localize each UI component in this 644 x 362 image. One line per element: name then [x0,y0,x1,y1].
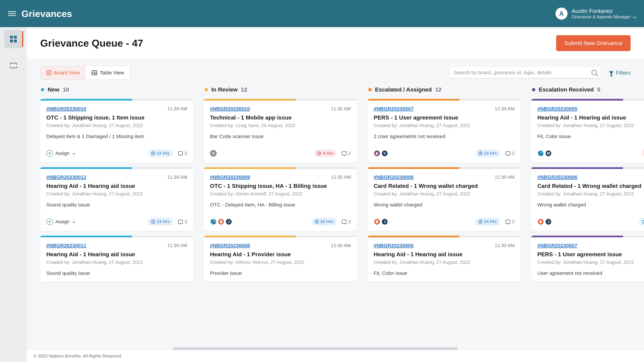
grievance-card[interactable]: #NBGR2023000711:30 AM PERS - 1 User agre… [368,99,520,163]
grievance-card[interactable]: #NBGR2023000611:30 AM Card Related - 1 W… [368,167,520,231]
grievance-card[interactable]: #NBGR2023001111:30 AM Hearing Aid - 1 He… [40,236,193,281]
card-stripe [531,167,644,169]
comment-icon [342,220,346,224]
assignee-chip[interactable]: 🗑 [374,218,380,225]
card-time: 11:30 AM [331,243,351,248]
table-view-button[interactable]: Table View [86,66,130,79]
assign-label: Assign [55,151,70,156]
horizontal-scrollbar[interactable] [173,347,458,350]
grievance-card[interactable]: #NBGR2023000511:30 AM Hearing Aid - 1 He… [368,236,520,281]
card-time: 11:30 AM [331,174,351,180]
card-stripe [204,236,357,237]
comments-count[interactable]: 2 [342,151,351,156]
card-creator: Created by: Jonathan Huang, 27 August, 2… [537,260,644,265]
status-dot [532,88,535,91]
card-creator: Created by: Abram Aminoff, 27 August, 20… [210,191,351,197]
brand-title: Grievances [22,8,72,19]
grievance-id-link[interactable]: #NBGR20230007 [537,243,578,248]
card-time: 11:30 AM [495,243,514,248]
grievance-id-link[interactable]: #NBGR20230011 [46,243,86,248]
comments-count[interactable]: 2 [342,219,351,224]
funnel-icon [609,71,614,74]
sla-pill: 24 Hrs [475,149,500,157]
assignee-chip[interactable]: J [226,218,232,225]
clock-icon [151,151,155,155]
grievance-id-link[interactable]: #NBGR20230009 [210,174,250,180]
grievance-id-link[interactable]: #NBGR20230008 [210,243,250,248]
assignee-chip[interactable]: J [545,218,552,225]
assignee-chip[interactable]: 🗑 [537,218,544,225]
card-details: User agreement not received [537,270,644,276]
card-time: 11:30 AM [167,243,187,248]
card-topic: Card Related - 1 Wrong wallet charged [537,183,644,189]
card-details: Bar Code scanner issue [210,134,351,139]
grievance-card[interactable]: #NBGR2023001211:30 AM Hearing Aid - 1 He… [40,167,193,231]
grievance-id-link[interactable]: #NBGR20230012 [46,174,86,180]
assignee-chip[interactable]: M [545,150,552,157]
comments-count[interactable]: 2 [178,219,187,224]
ticket-icon [10,63,17,68]
user-menu[interactable]: A Austin Fontanez Grievance & Appeals Ma… [556,7,636,19]
assignee-chip[interactable]: ◐ [374,150,380,157]
grievance-id-link[interactable]: #NBGR20230005 [374,243,414,248]
sla-pill: 24 Hrs [639,218,644,226]
grievance-id-link[interactable]: #NBGR20230010 [210,106,250,112]
menu-icon[interactable] [8,9,16,17]
comment-icon [342,151,346,155]
card-details: Sound quality issue [46,270,187,276]
card-details: Fit, Color issue [537,134,644,139]
card-topic: Card Related - 1 Wrong wallet charged [374,183,514,189]
grievance-id-link[interactable]: #NBGR20230010 [46,106,86,112]
board-view-button[interactable]: Board View [40,66,86,79]
assign-button[interactable]: +Assign [46,218,75,225]
card-topic: PERS - 1 User agreement issue [537,251,644,258]
card-details: Delayed item & 1 Damaged / 1 Missing ite… [46,134,187,139]
card-topic: PERS - 1 User agreement issue [374,114,514,121]
assignee-chip[interactable]: V [381,150,388,157]
card-details: Wrong wallet charged [537,202,644,208]
comment-icon [178,220,183,224]
assignee-chip[interactable]: 📞 [537,150,544,157]
sidebar-item-dashboard[interactable] [4,30,23,48]
grievance-card[interactable]: #NBGR2023000511:30 AM Hearing Aid - 1 He… [531,99,644,163]
card-creator: Created by: Jonathan Huang, 27 August, 2… [46,191,187,197]
clock-icon [317,151,321,155]
comment-icon [178,151,183,155]
kanban-board: New10 #NBGR2023001011:30 AM OTC - 1 Ship… [27,85,644,346]
search-input[interactable] [454,70,592,75]
assign-button[interactable]: +Assign [46,150,75,157]
grievance-card[interactable]: #NBGR2023000811:30 AM Hearing Aid - 1 Pr… [204,236,357,281]
card-stripe [204,99,357,100]
sidebar [0,27,27,362]
grievance-id-link[interactable]: #NBGR20230006 [374,174,414,180]
column-new: New10 #NBGR2023001011:30 AM OTC - 1 Ship… [40,85,193,342]
column-count: 12 [241,86,247,93]
card-topic: Hearing Aid - 1 Hearing aid issue [46,183,187,189]
assignee-chip[interactable]: 📞 [210,218,217,225]
comments-count[interactable]: 2 [506,219,514,224]
grievance-card[interactable]: #NBGR2023000611:30 AM Card Related - 1 W… [531,167,644,231]
grievance-card[interactable]: #NBGR2023001011:30 AM OTC - 1 Shipping i… [40,99,193,163]
sidebar-item-tickets[interactable] [4,56,23,75]
assignee-chip[interactable]: J [381,218,388,225]
assignee-chips: 📞M [537,150,552,157]
grievance-card[interactable]: #NBGR2023001011:30 AM Technical - 1 Mobi… [204,99,357,163]
grievance-id-link[interactable]: #NBGR20230007 [374,106,414,112]
card-stripe [40,99,193,100]
comments-count[interactable]: 2 [178,151,187,156]
gear-icon[interactable]: ⚙ [210,150,217,157]
grid-icon [10,36,17,42]
grievance-card[interactable]: #NBGR2023000911:30 AM OTC - 1 Shipping i… [204,167,357,231]
grievance-card[interactable]: #NBGR2023000711:30 AM PERS - 1 User agre… [531,236,644,281]
plus-icon: + [46,218,53,225]
submit-grievance-button[interactable]: Submit New Grievance [556,35,630,51]
card-details: Sound quality issue [46,202,187,208]
assignee-chip[interactable]: 📋 [218,218,224,225]
filters-button[interactable]: Filters [609,70,630,76]
comments-count[interactable]: 2 [506,151,514,156]
grievance-id-link[interactable]: #NBGR20230006 [537,174,578,180]
sla-pill: 24 Hrs [312,218,336,226]
grievance-id-link[interactable]: #NBGR20230005 [537,106,578,112]
search-box[interactable] [450,67,601,78]
clock-icon [479,151,482,155]
